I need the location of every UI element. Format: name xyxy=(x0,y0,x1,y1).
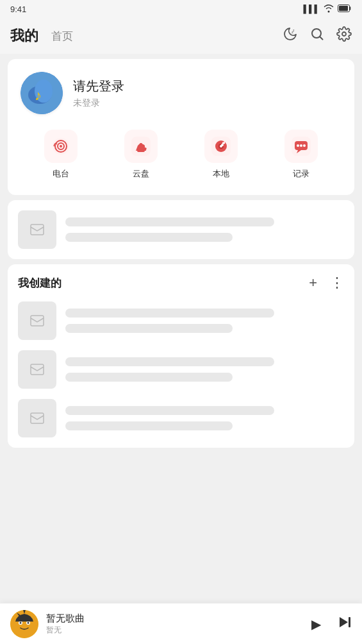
skeleton-line-2b xyxy=(65,373,233,382)
svg-rect-30 xyxy=(31,413,44,423)
skeleton-lines-2 xyxy=(65,357,344,382)
svg-marker-36 xyxy=(340,617,348,627)
nav-home[interactable]: 首页 xyxy=(51,29,73,44)
profile-info: 请先登录 未登录 xyxy=(73,78,124,109)
profile-card: ♪ 请先登录 未登录 电台 xyxy=(8,59,354,195)
radio-label: 电台 xyxy=(53,168,69,180)
profile-status: 未登录 xyxy=(73,97,124,109)
bottom-player: 暂无歌曲 暂无 ▶ xyxy=(0,603,362,644)
skeleton-item-top xyxy=(8,200,354,259)
created-section: 我创建的 + ⋮ xyxy=(8,264,354,448)
play-button[interactable]: ▶ xyxy=(311,616,321,632)
skeleton-thumb-2 xyxy=(18,350,56,389)
header-actions: z z xyxy=(283,26,352,46)
battery-icon xyxy=(338,4,352,14)
record-icon-container xyxy=(284,130,318,163)
created-item-2 xyxy=(18,350,344,389)
radio-icon-container xyxy=(44,130,78,163)
avatar[interactable]: ♪ xyxy=(21,72,63,114)
record-label: 记录 xyxy=(293,168,309,180)
cloud-label: 云盘 xyxy=(133,168,149,180)
player-title: 暂无歌曲 xyxy=(46,613,304,625)
svg-point-35 xyxy=(28,622,29,623)
skeleton-line-1 xyxy=(65,217,274,226)
svg-point-34 xyxy=(20,622,22,623)
skeleton-line-2a xyxy=(65,357,274,366)
svg-text:z: z xyxy=(293,28,295,32)
created-item-1 xyxy=(18,301,344,340)
svg-point-24 xyxy=(297,144,299,147)
page-title: 我的 xyxy=(10,26,38,46)
profile-name[interactable]: 请先登录 xyxy=(73,78,124,95)
player-subtitle: 暂无 xyxy=(46,625,304,636)
skeleton-line-3a xyxy=(65,406,274,415)
settings-icon[interactable] xyxy=(336,26,352,46)
skeleton-line-3b xyxy=(65,421,233,430)
quick-actions: 电台 云盘 xyxy=(21,130,341,180)
header: 我的 首页 z z xyxy=(0,18,362,54)
skeleton-line-2 xyxy=(65,233,233,242)
svg-rect-37 xyxy=(349,617,350,627)
skeleton-thumb-3 xyxy=(18,399,56,437)
sleep-icon[interactable]: z z xyxy=(283,26,298,46)
svg-rect-28 xyxy=(31,316,44,326)
skeleton-line-1a xyxy=(65,309,274,318)
svg-point-21 xyxy=(221,144,224,146)
quick-action-record[interactable]: 记录 xyxy=(284,130,318,180)
svg-text:♪: ♪ xyxy=(35,87,42,103)
search-icon[interactable] xyxy=(309,26,325,46)
skeleton-lines xyxy=(65,217,344,242)
skeleton-line-1b xyxy=(65,324,233,333)
wifi-icon xyxy=(324,4,334,15)
svg-point-25 xyxy=(300,144,302,147)
cloud-icon-container xyxy=(124,130,158,163)
skeleton-lines-1 xyxy=(65,309,344,333)
svg-rect-27 xyxy=(31,225,44,235)
status-time: 9:41 xyxy=(10,4,26,14)
status-bar: 9:41 ▌▌▌ xyxy=(0,0,362,18)
profile-top: ♪ 请先登录 未登录 xyxy=(21,72,341,114)
skeleton-lines-3 xyxy=(65,406,344,430)
quick-action-radio[interactable]: 电台 xyxy=(44,130,78,180)
player-avatar xyxy=(10,610,38,638)
created-header: 我创建的 + ⋮ xyxy=(18,275,344,291)
created-title: 我创建的 xyxy=(18,276,62,291)
signal-icon: ▌▌▌ xyxy=(303,4,320,13)
svg-point-5 xyxy=(342,32,346,36)
player-info: 暂无歌曲 暂无 xyxy=(46,613,304,636)
local-label: 本地 xyxy=(213,168,229,180)
next-button[interactable] xyxy=(336,614,352,633)
created-actions: + ⋮ xyxy=(309,275,344,291)
quick-action-cloud[interactable]: 云盘 xyxy=(124,130,158,180)
svg-rect-29 xyxy=(31,364,44,375)
svg-point-26 xyxy=(303,144,306,147)
skeleton-thumb xyxy=(18,210,56,249)
player-controls: ▶ xyxy=(311,614,352,633)
skeleton-thumb-1 xyxy=(18,301,56,340)
quick-action-local[interactable]: 本地 xyxy=(204,130,238,180)
created-item-3 xyxy=(18,399,344,437)
more-options-button[interactable]: ⋮ xyxy=(330,275,344,291)
svg-point-14 xyxy=(60,145,62,148)
add-playlist-button[interactable]: + xyxy=(309,275,317,291)
local-icon-container xyxy=(204,130,238,163)
svg-rect-1 xyxy=(339,6,348,11)
status-icons: ▌▌▌ xyxy=(303,4,352,15)
